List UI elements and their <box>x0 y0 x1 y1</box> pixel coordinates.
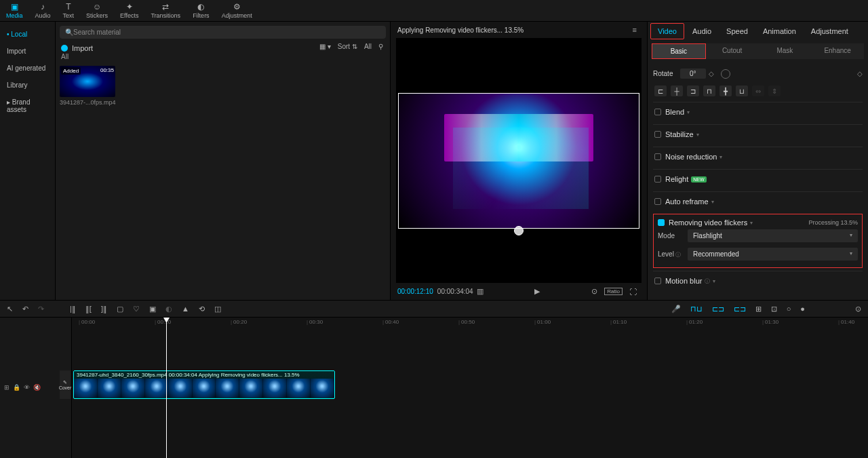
top-tab-media[interactable]: ▣Media <box>0 0 29 21</box>
checkbox-icon[interactable] <box>654 153 661 160</box>
align-right-button[interactable]: ⊐ <box>687 85 699 96</box>
section-motion-blur[interactable]: Motion blurⓘ▾ <box>654 277 861 285</box>
fit-button[interactable]: ⊙ <box>854 305 863 313</box>
align-top-button[interactable]: ⊓ <box>703 85 715 96</box>
grid-view-button[interactable]: ▦ ▾ <box>319 43 331 50</box>
zoom-out-button[interactable]: ○ <box>785 305 793 313</box>
cover-button[interactable]: ✎Cover <box>60 370 71 399</box>
sidebar-item-local[interactable]: Local <box>0 26 55 43</box>
track2-button[interactable]: ⊡ <box>770 305 778 313</box>
info-icon[interactable]: ⓘ <box>675 252 681 258</box>
subtab-mask[interactable]: Mask <box>759 43 812 59</box>
section-reframe[interactable]: Auto reframe▾ <box>654 197 861 206</box>
rotate-button[interactable]: ⟲ <box>197 305 206 313</box>
align-bottom-button[interactable]: ⊔ <box>736 85 748 96</box>
section-noise[interactable]: Noise reduction▾ <box>654 153 861 161</box>
track-button[interactable]: ⊞ <box>754 305 763 313</box>
timeline-toolbar: ↖ ↶ ↷ |‖ ‖[ ]‖ ▢ ♡ ▣ ◐ ▲ ⟲ ◫ 🎤 ⊓⊔ ⊏⊐ ⊏⊐ … <box>0 300 868 318</box>
section-flicker[interactable]: Removing video flickers ▾ Processing 13.… <box>658 218 858 227</box>
eye-icon[interactable]: 👁 <box>24 384 30 391</box>
distribute-v-button[interactable]: ⇕ <box>768 85 781 96</box>
zoom-dot-button[interactable]: ● <box>799 305 806 313</box>
split-left-button[interactable]: ‖[ <box>84 305 93 313</box>
reverse-button[interactable]: ◐ <box>164 305 174 313</box>
mirror-button[interactable]: ▲ <box>180 305 191 313</box>
checkbox-on-icon[interactable] <box>658 219 665 226</box>
sort-button[interactable]: Sort ⇅ <box>338 43 357 50</box>
top-tab-adjustment[interactable]: ⚙Adjustment <box>216 0 258 21</box>
split-right-button[interactable]: ]‖ <box>100 305 108 313</box>
level-label: Levelⓘ <box>658 250 688 259</box>
mute-icon[interactable]: 🔇 <box>33 384 41 391</box>
mic-button[interactable]: 🎤 <box>670 305 682 313</box>
menu-icon[interactable]: ≡ <box>633 26 637 34</box>
distribute-h-button[interactable]: ⇔ <box>752 85 764 96</box>
align-hcenter-button[interactable]: ┼ <box>671 85 683 96</box>
lock-icon[interactable]: 🔒 <box>13 384 20 391</box>
filter-icon[interactable]: ⚲ <box>378 43 383 50</box>
align-left-button[interactable]: ⊏ <box>654 85 667 96</box>
inspector-tab-adjustment[interactable]: Adjustment <box>804 24 855 39</box>
sidebar-item-brand[interactable]: ▸ Brand assets <box>0 94 55 118</box>
anchor-icon[interactable] <box>514 226 524 235</box>
marker-button[interactable]: ♡ <box>132 305 141 313</box>
top-tab-effects[interactable]: ✦Effects <box>114 0 144 21</box>
sidebar-item-library[interactable]: Library <box>0 77 55 94</box>
section-relight[interactable]: RelightNEW <box>654 175 861 183</box>
checkbox-icon[interactable] <box>654 278 661 284</box>
undo-button[interactable]: ↶ <box>21 305 30 313</box>
top-tab-stickers[interactable]: ☺Stickers <box>80 0 114 21</box>
media-thumbnail[interactable]: Added 00:35 <box>60 66 115 97</box>
magnet-button[interactable]: ⊓⊔ <box>689 305 704 313</box>
preview-canvas[interactable] <box>396 38 642 283</box>
section-blend[interactable]: Blend▾ <box>654 108 861 116</box>
search-icon: 🔍 <box>65 28 73 36</box>
timeline-clip[interactable]: 3941287-uhd_3840_2160_30fps.mp4 00:00:34… <box>73 370 335 399</box>
align-vcenter-button[interactable]: ╋ <box>719 85 732 96</box>
top-tab-transitions[interactable]: ⇄Transitions <box>144 0 186 21</box>
checkbox-icon[interactable] <box>654 109 661 115</box>
inspector-tab-speed[interactable]: Speed <box>719 24 755 39</box>
snap-icon[interactable]: ⊙ <box>591 287 597 296</box>
sidebar-item-ai[interactable]: AI generated <box>0 60 55 77</box>
rotate-input[interactable]: 0° <box>680 69 706 79</box>
inspector-tab-video[interactable]: Video <box>650 23 684 39</box>
ratio-button[interactable]: Ratio <box>604 288 623 295</box>
checkbox-icon[interactable] <box>654 131 661 138</box>
crop2-button[interactable]: ◫ <box>213 305 222 313</box>
checkbox-icon[interactable] <box>654 176 661 183</box>
preview-cut-button[interactable]: ⊏⊐ <box>732 305 747 313</box>
checkbox-icon[interactable] <box>654 198 661 205</box>
top-tab-audio[interactable]: ♪Audio <box>29 0 57 21</box>
freeze-button[interactable]: ▣ <box>148 305 157 313</box>
split-button[interactable]: |‖ <box>68 305 77 313</box>
expand-icon[interactable]: ⊞ <box>4 384 9 391</box>
filter-all-button[interactable]: All <box>364 43 372 50</box>
keyframe-icon[interactable]: ◇ <box>857 70 863 77</box>
section-stabilize[interactable]: Stabilize▾ <box>654 130 861 138</box>
rotate-dial[interactable] <box>721 69 730 79</box>
spinner-icon[interactable]: ◇ <box>709 70 714 77</box>
subtab-enhance[interactable]: Enhance <box>811 43 864 59</box>
sidebar-item-import[interactable]: Import <box>0 43 55 60</box>
link-button[interactable]: ⊏⊐ <box>711 305 726 313</box>
pointer-tool[interactable]: ↖ <box>5 305 14 313</box>
timeline-ruler[interactable]: 00:00 00:10 00:20 00:30 00:40 00:50 01:0… <box>72 318 868 328</box>
inspector-tab-audio[interactable]: Audio <box>686 24 718 39</box>
level-dropdown[interactable]: Recommended▾ <box>688 248 858 261</box>
redo-button[interactable]: ↷ <box>37 305 45 313</box>
mode-dropdown[interactable]: Flashlight▾ <box>688 229 858 242</box>
search-input[interactable]: 🔍 Search material <box>60 26 386 39</box>
columns-icon[interactable]: ▥ <box>477 287 484 296</box>
top-tab-filters[interactable]: ◐Filters <box>186 0 216 21</box>
subtab-cutout[interactable]: Cutout <box>706 43 759 59</box>
top-tab-text[interactable]: TText <box>57 0 81 21</box>
timeline-body[interactable]: 00:00 00:10 00:20 00:30 00:40 00:50 01:0… <box>72 318 868 458</box>
playhead[interactable] <box>166 318 167 458</box>
fullscreen-icon[interactable]: ⛶ <box>629 288 637 296</box>
inspector-tab-animation[interactable]: Animation <box>756 24 803 39</box>
play-button[interactable]: ▶ <box>534 287 540 296</box>
subtab-basic[interactable]: Basic <box>652 43 706 59</box>
info-icon[interactable]: ⓘ <box>705 278 710 285</box>
crop-button[interactable]: ▢ <box>115 305 125 313</box>
